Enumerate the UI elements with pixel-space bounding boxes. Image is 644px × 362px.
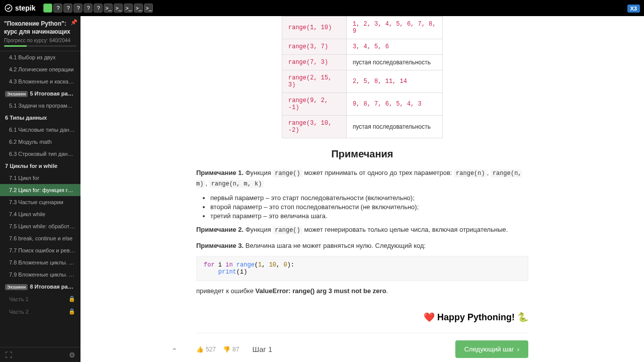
step-pill-done[interactable] [43, 4, 52, 13]
step-pill[interactable]: ? [53, 4, 62, 13]
step-navigator: ? ? ? ? ? >_ >_ >_ >_ >_ [43, 4, 153, 13]
step-pill[interactable]: ? [94, 4, 103, 13]
step-pill[interactable]: ? [63, 4, 72, 13]
step-pill[interactable]: >_ [124, 4, 133, 13]
brand-logo[interactable]: stepik [4, 4, 35, 13]
step-pill[interactable]: ? [84, 4, 93, 13]
step-pill[interactable]: >_ [114, 4, 123, 13]
step-pill[interactable]: >_ [134, 4, 143, 13]
step-pill[interactable]: >_ [104, 4, 113, 13]
step-pill[interactable]: ? [73, 4, 83, 13]
svg-point-0 [5, 5, 12, 12]
streak-badge[interactable]: X3 [627, 5, 640, 13]
step-pill[interactable]: >_ [144, 4, 153, 13]
